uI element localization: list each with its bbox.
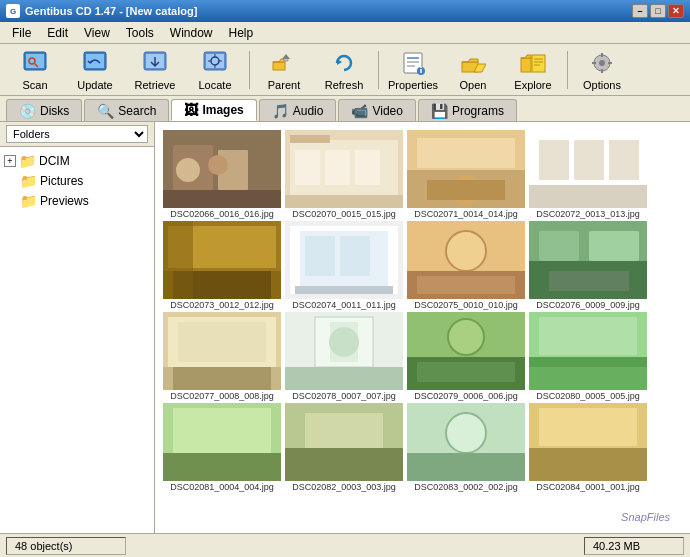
folder-view-select[interactable]: Folders: [6, 125, 148, 143]
svg-rect-116: [305, 413, 383, 448]
refresh-button[interactable]: Refresh: [315, 48, 373, 92]
svg-rect-85: [539, 231, 579, 261]
menu-help[interactable]: Help: [221, 24, 262, 42]
content-area[interactable]: DSC02066_0016_016.jpg DSC02070_0015_015.…: [155, 122, 690, 533]
svg-rect-74: [305, 236, 335, 276]
svg-rect-124: [529, 448, 647, 481]
sidebar: Folders + 📁 DCIM 📁 Pictures 📁 Previews: [0, 122, 155, 533]
thumbnail: [163, 130, 281, 208]
tab-video[interactable]: 📹 Video: [338, 99, 415, 121]
svg-rect-86: [589, 231, 639, 261]
list-item[interactable]: DSC02077_0008_008.jpg: [163, 312, 281, 401]
update-button[interactable]: Update: [66, 48, 124, 92]
programs-tab-icon: 💾: [431, 103, 448, 119]
tab-programs[interactable]: 💾 Programs: [418, 99, 517, 121]
tree-item-previews[interactable]: 📁 Previews: [20, 191, 150, 211]
image-row-4: DSC02081_0004_004.jpg DSC02082_0003_003.…: [163, 403, 682, 492]
tab-search[interactable]: 🔍 Search: [84, 99, 169, 121]
tab-images[interactable]: 🖼 Images: [171, 99, 256, 121]
tree-item-pictures[interactable]: 📁 Pictures: [20, 171, 150, 191]
thumbnail: [407, 130, 525, 208]
thumbnail: [285, 403, 403, 481]
menu-tools[interactable]: Tools: [118, 24, 162, 42]
list-item[interactable]: DSC02073_0012_012.jpg: [163, 221, 281, 310]
main-area: Folders + 📁 DCIM 📁 Pictures 📁 Previews: [0, 122, 690, 533]
svg-rect-15: [273, 62, 285, 70]
svg-marker-19: [337, 59, 342, 65]
options-button[interactable]: Options: [573, 48, 631, 92]
svg-marker-31: [521, 55, 531, 58]
restore-button[interactable]: □: [650, 4, 666, 18]
svg-rect-62: [539, 140, 569, 180]
svg-rect-115: [285, 448, 403, 481]
menu-window[interactable]: Window: [162, 24, 221, 42]
sidebar-header: Folders: [0, 122, 154, 147]
svg-rect-53: [285, 195, 403, 208]
list-item[interactable]: DSC02071_0014_014.jpg: [407, 130, 525, 219]
svg-rect-50: [295, 150, 320, 185]
image-row-3: DSC02077_0008_008.jpg DSC02078_0007_007.…: [163, 312, 682, 401]
open-icon: [459, 49, 487, 77]
video-tab-label: Video: [372, 104, 402, 118]
list-item[interactable]: DSC02079_0006_006.jpg: [407, 312, 525, 401]
folder-tree: + 📁 DCIM 📁 Pictures 📁 Previews: [0, 147, 154, 533]
list-item[interactable]: DSC02080_0005_005.jpg: [529, 312, 647, 401]
svg-point-37: [599, 60, 605, 66]
list-item[interactable]: DSC02075_0010_010.jpg: [407, 221, 525, 310]
status-bar: 48 object(s) 40.23 MB: [0, 533, 690, 557]
thumbnail: [529, 403, 647, 481]
thumbnail: [163, 403, 281, 481]
audio-tab-label: Audio: [293, 104, 324, 118]
list-item[interactable]: DSC02074_0011_011.jpg: [285, 221, 403, 310]
watermark: SnapFiles: [621, 511, 670, 523]
disks-tab-icon: 💿: [19, 103, 36, 119]
status-size: 40.23 MB: [584, 537, 684, 555]
image-filename-1: DSC02066_0016_016.jpg: [170, 209, 274, 219]
refresh-label: Refresh: [325, 79, 364, 91]
svg-rect-64: [609, 140, 639, 180]
scan-button[interactable]: Scan: [6, 48, 64, 92]
list-item[interactable]: DSC02076_0009_009.jpg: [529, 221, 647, 310]
list-item[interactable]: DSC02070_0015_015.jpg: [285, 130, 403, 219]
svg-rect-97: [285, 367, 403, 390]
list-item[interactable]: DSC02081_0004_004.jpg: [163, 403, 281, 492]
tree-expand-dcim[interactable]: +: [4, 155, 16, 167]
list-item[interactable]: DSC02084_0001_001.jpg: [529, 403, 647, 492]
minimize-button[interactable]: –: [632, 4, 648, 18]
tab-audio[interactable]: 🎵 Audio: [259, 99, 337, 121]
explore-button[interactable]: Explore: [504, 48, 562, 92]
svg-rect-54: [290, 135, 330, 143]
image-filename-6: DSC02074_0011_011.jpg: [292, 300, 396, 310]
svg-marker-16: [273, 59, 285, 62]
parent-label: Parent: [268, 79, 300, 91]
svg-rect-107: [539, 317, 637, 355]
tree-item-dcim[interactable]: + 📁 DCIM: [4, 151, 150, 171]
svg-rect-103: [417, 362, 515, 382]
open-button[interactable]: Open: [444, 48, 502, 92]
image-filename-15: DSC02083_0002_002.jpg: [414, 482, 518, 492]
retrieve-button[interactable]: Retrieve: [126, 48, 184, 92]
update-icon: [81, 49, 109, 77]
search-tab-icon: 🔍: [97, 103, 114, 119]
close-button[interactable]: ✕: [668, 4, 684, 18]
menu-edit[interactable]: Edit: [39, 24, 76, 42]
properties-button[interactable]: Properties: [384, 48, 442, 92]
image-filename-12: DSC02080_0005_005.jpg: [536, 391, 640, 401]
folder-icon-previews: 📁: [20, 193, 37, 209]
svg-rect-63: [574, 140, 604, 180]
list-item[interactable]: DSC02083_0002_002.jpg: [407, 403, 525, 492]
locate-button[interactable]: Locate: [186, 48, 244, 92]
menu-view[interactable]: View: [76, 24, 118, 42]
menu-file[interactable]: File: [4, 24, 39, 42]
thumbnail: [407, 312, 525, 390]
svg-rect-57: [417, 138, 515, 168]
list-item[interactable]: DSC02066_0016_016.jpg: [163, 130, 281, 219]
tab-disks[interactable]: 💿 Disks: [6, 99, 82, 121]
svg-rect-91: [173, 367, 271, 390]
list-item[interactable]: DSC02078_0007_007.jpg: [285, 312, 403, 401]
svg-rect-59: [427, 180, 505, 200]
status-size-text: 40.23 MB: [593, 540, 640, 552]
list-item[interactable]: DSC02082_0003_003.jpg: [285, 403, 403, 492]
parent-button[interactable]: Parent: [255, 48, 313, 92]
list-item[interactable]: DSC02072_0013_013.jpg: [529, 130, 647, 219]
